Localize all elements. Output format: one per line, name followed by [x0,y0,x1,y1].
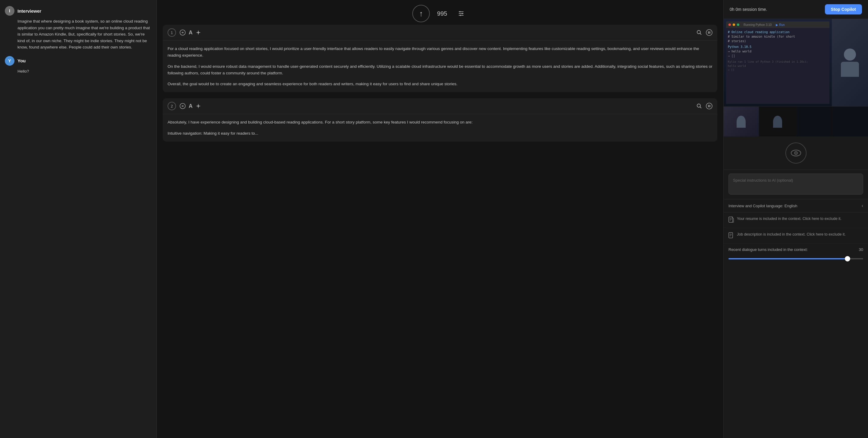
language-row[interactable]: Interview and Copilot language: English … [724,199,868,212]
svg-point-3 [459,11,461,12]
response-card-1: 1 A [163,25,717,92]
interviewer-message: I Interviewer Imagine that where designi… [5,6,152,50]
stop-copilot-button[interactable]: Stop Copilot [825,4,862,14]
chat-panel: I Interviewer Imagine that where designi… [0,0,157,438]
center-panel: ↑ 995 1 [157,0,723,438]
dialogue-turns-label: Recent dialogue turns included in the co… [728,247,808,252]
video-thumbnail [832,19,868,106]
response-2-para-1: Absolutely, I have experience designing … [167,119,712,126]
person-head [844,48,856,61]
card-1-right [696,29,712,36]
thumb-4-content [833,107,868,136]
you-message: Y You Hello? [5,56,152,75]
svg-point-4 [462,13,463,14]
thumb-2-content [760,107,795,136]
svg-line-8 [700,33,702,35]
language-label: Interview and Copilot language: English [728,204,797,208]
video-area: Running Python 3.10 ▶ Run # Online cloud… [724,19,868,136]
thumb-3-content [797,107,832,136]
pause-icon-btn-2[interactable] [706,103,712,109]
session-time: 0h 0m session time. [730,7,767,12]
step-number-1: 1 [167,28,176,37]
person-visual [841,19,859,106]
settings-button[interactable] [455,7,468,20]
card-2-icons: A [180,103,201,109]
svg-point-13 [697,104,701,107]
ide-dot-yellow [733,24,735,26]
dialogue-turns-count: 30 [859,247,863,252]
svg-point-5 [460,15,461,16]
svg-rect-16 [708,105,709,107]
special-instructions-area [728,173,863,196]
word-count: 995 [437,10,447,17]
font-icon-btn-2[interactable]: A [189,103,193,109]
search-icon-btn-1[interactable] [696,30,702,36]
response-card-2-body: Absolutely, I have experience designing … [163,114,717,142]
thumb-item-4 [833,107,868,136]
response-card-2: 2 A [163,98,717,142]
video-ide-header: Running Python 3.10 ▶ Run [726,22,830,28]
chatgpt-icon-btn-1[interactable] [180,30,186,36]
thumb-item-1 [724,107,759,136]
svg-point-7 [697,30,701,34]
slider-container [724,256,868,265]
job-document-icon [728,232,734,240]
response-2-para-2: Intuitive navigation: Making it easy for… [167,130,712,137]
sparkle-icon-btn-1[interactable] [195,30,201,35]
sparkle-icon-btn-2[interactable] [195,103,201,109]
person-body [841,62,859,77]
code-line-1: # Online cloud reading application [728,30,828,34]
code-line-2: # Similar to amazon kindle (for short [728,34,828,39]
video-code-body: # Online cloud reading application # Sim… [726,28,830,104]
resume-document-icon [728,216,734,224]
chatgpt-icon-btn-2[interactable] [180,103,186,109]
video-main-content: Running Python 3.10 ▶ Run # Online cloud… [724,19,868,106]
font-icon-1: A [189,30,193,36]
font-icon-btn-1[interactable]: A [189,30,193,36]
interviewer-name: Interviewer [18,8,41,13]
svg-rect-22 [729,233,733,238]
code-line-4: Python 3.10.5 [728,44,828,49]
you-avatar: Y [5,56,14,66]
resume-context-item[interactable]: Your resume is included in the context. … [724,212,868,228]
interviewer-message-text: Imagine that where designing a book syst… [18,18,152,50]
code-line-5: → hello world [728,49,828,54]
dialogue-turns-slider[interactable] [728,258,863,259]
response-1-para-3: Overall, the goal would be to create an … [167,81,712,87]
response-card-1-body: For a cloud reading application focused … [163,41,717,92]
interviewer-header: I Interviewer [5,6,152,16]
card-2-right [696,103,712,109]
code-line-6: → [] [728,54,828,58]
eye-icon-area [724,136,868,170]
ide-dot-green [737,24,739,26]
code-output: Kylie ran 1 line of Python 3 (finished i… [728,60,828,72]
card-1-icons: A [180,30,201,36]
response-1-para-2: On the backend, I would ensure robust da… [167,63,712,77]
ide-title: Running Python 3.10 [744,23,772,27]
right-header: 0h 0m session time. Stop Copilot [724,0,868,19]
font-icon-2: A [189,103,193,109]
svg-point-20 [795,153,797,154]
video-code-section: Running Python 3.10 ▶ Run # Online cloud… [724,19,832,106]
svg-point-9 [706,30,712,36]
upload-button[interactable]: ↑ [412,5,430,22]
search-icon-btn-2[interactable] [696,103,702,109]
job-context-item[interactable]: Job description is included in the conte… [724,228,868,244]
svg-rect-11 [710,31,710,34]
step-number-2: 2 [167,102,176,110]
ide-dot-red [728,24,731,26]
response-card-2-header: 2 A [163,98,717,114]
pause-icon-btn-1[interactable] [706,29,712,36]
svg-line-14 [700,107,702,108]
svg-rect-21 [729,217,733,222]
special-instructions-input[interactable] [728,173,863,195]
right-panel: 0h 0m session time. Stop Copilot Running… [723,0,868,438]
resume-context-text: Your resume is included in the context. … [737,216,841,222]
thumb-1-content [724,107,759,136]
code-line-3: # stories) [728,39,828,43]
language-chevron-icon: ‹ [862,203,863,208]
response-1-para-1: For a cloud reading application focused … [167,45,712,59]
video-main: Running Python 3.10 ▶ Run # Online cloud… [724,19,868,106]
svg-point-15 [706,103,712,109]
thumb-item-2 [760,107,795,136]
